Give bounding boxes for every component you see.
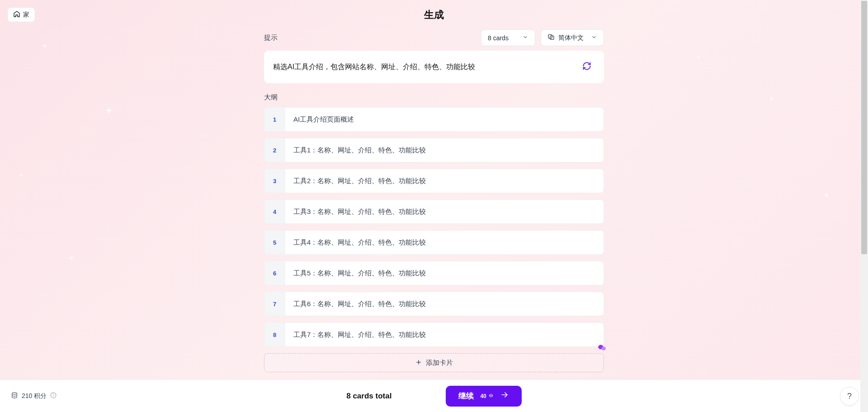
outline-item-number: 1 (264, 108, 285, 131)
translate-icon (547, 33, 555, 42)
coins-icon (11, 392, 18, 400)
continue-label: 继续 (458, 391, 474, 401)
prompt-label: 提示 (264, 33, 278, 42)
prompt-input[interactable]: 精选AI工具介绍，包含网站名称、网址、介绍、特色、功能比较 (273, 62, 579, 72)
language-select[interactable]: 简体中文 (541, 29, 604, 46)
cards-total: 8 cards total (346, 392, 392, 401)
prompt-box: 精选AI工具介绍，包含网站名称、网址、介绍、特色、功能比较 (264, 51, 604, 83)
cards-select-value: 8 cards (488, 34, 509, 42)
continue-button[interactable]: 继续 40 (446, 386, 521, 407)
credits-text: 210 积分 (22, 392, 47, 400)
outline-item-number: 5 (264, 231, 285, 254)
scrollbar[interactable] (860, 0, 868, 412)
home-label: 家 (23, 11, 29, 19)
outline-item-number: 7 (264, 292, 285, 316)
info-icon (50, 392, 57, 400)
footer-bar: 210 积分 8 cards total 继续 40 (0, 379, 868, 412)
outline-item-text[interactable]: 工具6：名称、网址、介绍、特色、功能比较 (285, 292, 604, 316)
outline-item-text[interactable]: 工具4：名称、网址、介绍、特色、功能比较 (285, 231, 604, 254)
outline-item[interactable]: 5工具4：名称、网址、介绍、特色、功能比较 (264, 230, 604, 255)
language-select-value: 简体中文 (558, 34, 584, 42)
svg-point-6 (12, 393, 17, 394)
outline-item[interactable]: 1AI工具介绍页面概述 (264, 107, 604, 132)
outline-item-number: 8 (264, 323, 285, 346)
outline-item[interactable]: 7工具6：名称、网址、介绍、特色、功能比较 (264, 292, 604, 316)
svg-point-9 (53, 394, 54, 394)
outline-item-text[interactable]: AI工具介绍页面概述 (285, 108, 604, 131)
add-card-label: 添加卡片 (426, 359, 453, 367)
help-button[interactable]: ? (840, 387, 859, 406)
page-title: 生成 (424, 8, 444, 22)
outline-item-text[interactable]: 工具3：名称、网址、介绍、特色、功能比较 (285, 200, 604, 223)
svg-point-3 (601, 347, 606, 350)
add-card-button[interactable]: 添加卡片 (264, 353, 604, 372)
outline-item-number: 6 (264, 261, 285, 285)
outline-item-text[interactable]: 工具2：名称、网址、介绍、特色、功能比较 (285, 169, 604, 193)
wechat-icon (598, 344, 607, 353)
arrow-right-icon (500, 390, 509, 402)
help-label: ? (847, 392, 852, 401)
outline-item-text[interactable]: 工具1：名称、网址、介绍、特色、功能比较 (285, 138, 604, 162)
outline-item[interactable]: 8工具7：名称、网址、介绍、特色、功能比较 (264, 322, 604, 347)
chevron-down-icon (591, 34, 597, 42)
continue-cost: 40 (480, 393, 493, 399)
regenerate-button[interactable] (579, 59, 595, 75)
home-button[interactable]: 家 (7, 7, 35, 22)
refresh-icon (582, 62, 591, 72)
outline-item-text[interactable]: 工具5：名称、网址、介绍、特色、功能比较 (285, 261, 604, 285)
credits-display[interactable]: 210 积分 (11, 392, 57, 400)
cards-select[interactable]: 8 cards (481, 29, 535, 46)
svg-point-10 (489, 394, 492, 396)
scrollbar-thumb[interactable] (861, 1, 867, 254)
outline-item[interactable]: 2工具1：名称、网址、介绍、特色、功能比较 (264, 138, 604, 162)
outline-item-text[interactable]: 工具7：名称、网址、介绍、特色、功能比较 (285, 323, 604, 346)
outline-item-number: 2 (264, 138, 285, 162)
plus-icon (415, 359, 422, 367)
outline-item-number: 3 (264, 169, 285, 193)
outline-item[interactable]: 3工具2：名称、网址、介绍、特色、功能比较 (264, 169, 604, 193)
outline-label: 大纲 (264, 93, 604, 102)
outline-list: 1AI工具介绍页面概述2工具1：名称、网址、介绍、特色、功能比较3工具2：名称、… (264, 107, 604, 347)
chevron-down-icon (522, 34, 528, 42)
outline-item-number: 4 (264, 200, 285, 223)
outline-item[interactable]: 6工具5：名称、网址、介绍、特色、功能比较 (264, 261, 604, 285)
home-icon (13, 10, 20, 19)
outline-item[interactable]: 4工具3：名称、网址、介绍、特色、功能比较 (264, 199, 604, 224)
